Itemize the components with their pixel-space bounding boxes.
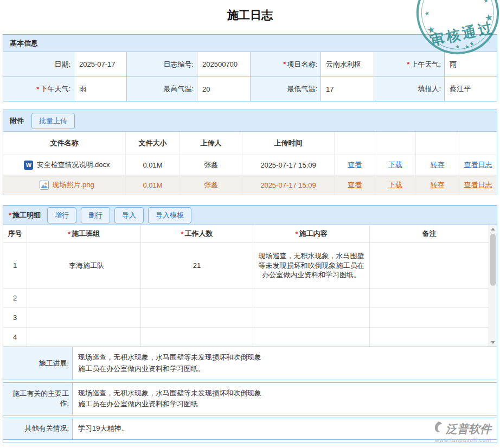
transfer-link[interactable]: 转存 — [431, 160, 445, 170]
content-cell[interactable]: 现场巡查，无积水现象，水马围壁等未发现损坏和吹倒现象施工员在办公室做内业资料和学… — [253, 242, 369, 288]
detail-section-title: *施工明细 — [9, 210, 41, 220]
afternoon-weather-label: *下午天气: — [3, 76, 74, 101]
required-mark: * — [295, 230, 298, 238]
project-name-label: *项目名称: — [250, 52, 320, 76]
main-work-value[interactable]: 现场巡查，无积水现象，水马围壁等未发现损坏和吹倒现象 施工员在办公室做内业资料和… — [73, 383, 497, 415]
file-name-text: 安全检查情况说明.docx — [36, 160, 110, 170]
seq-cell: 3 — [3, 308, 27, 327]
file-size-cell: 0.01M — [125, 175, 180, 195]
team-cell[interactable] — [27, 327, 140, 347]
view-link[interactable]: 查看 — [348, 180, 362, 190]
workers-cell[interactable]: 21 — [140, 242, 253, 288]
team-cell[interactable] — [27, 308, 140, 327]
upload-time-cell: 2025-07-17 15:09 — [242, 155, 334, 175]
progress-label: 施工进展: — [3, 347, 73, 380]
content-cell[interactable] — [253, 327, 369, 347]
action-cell: 查看 — [334, 175, 375, 195]
batch-upload-button[interactable]: 批量上传 — [31, 113, 75, 129]
page-body: 基本信息 日期: 2025-07-17 日志编号: 202500700 *项目名… — [0, 34, 500, 443]
file-name-cell[interactable]: W 安全检查情况说明.docx — [3, 155, 125, 175]
action-cell: 查看日志 — [459, 155, 497, 175]
attachments-table: 文件名称 文件大小 上传人 上传时间 W 安全检查情况说明.docx 0.01M… — [3, 132, 497, 195]
download-link[interactable]: 下载 — [388, 160, 402, 170]
view-log-link[interactable]: 查看日志 — [464, 160, 492, 170]
download-link[interactable]: 下载 — [388, 180, 402, 190]
scrollbar-thumb[interactable] — [490, 234, 496, 286]
reporter-value: 蔡江平 — [444, 76, 497, 101]
detail-table: 序号 *施工班组 *工作人数 *施工内容 备注 1 李海施工队 21 现场巡查，… — [3, 225, 489, 347]
action-header — [334, 132, 375, 155]
file-name-cell[interactable]: 现场照片.png — [3, 175, 125, 195]
content-header: *施工内容 — [253, 225, 369, 242]
vertical-scrollbar[interactable] — [489, 225, 497, 347]
word-doc-icon: W — [24, 161, 33, 170]
upload-time-header: 上传时间 — [242, 132, 334, 155]
remark-cell[interactable] — [369, 242, 489, 288]
remark-cell[interactable] — [369, 327, 489, 347]
main-work-row: 施工有关的主要工作: 现场巡查，无积水现象，水马围壁等未发现损坏和吹倒现象 施工… — [3, 382, 497, 416]
max-temp-label: 最高气温: — [126, 76, 197, 101]
project-name-value: 云南水利枢 — [320, 52, 374, 76]
action-cell: 查看 — [334, 155, 375, 175]
progress-value[interactable]: 现场巡查，无积水现象，水马围壁等未发现损坏和吹倒现象 施工员在办公室做内业资料和… — [73, 347, 497, 380]
required-mark: * — [407, 60, 409, 68]
upload-time-cell: 2025-07-17 15:09 — [242, 175, 334, 195]
attachments-section-title: 附件 — [10, 116, 24, 126]
import-template-button[interactable]: 导入模板 — [148, 207, 191, 223]
scrollbar-down-arrow[interactable] — [491, 341, 495, 344]
reporter-label: 填报人: — [374, 76, 444, 101]
required-mark: * — [9, 211, 11, 219]
required-mark: * — [283, 60, 286, 68]
seq-cell: 2 — [3, 288, 27, 308]
progress-row: 施工进展: 现场巡查，无积水现象，水马围壁等未发现损坏和吹倒现象 施工员在办公室… — [3, 347, 497, 380]
action-cell: 转存 — [415, 175, 459, 195]
team-header: *施工班组 — [27, 225, 140, 242]
seq-cell: 4 — [3, 327, 27, 347]
team-cell[interactable] — [27, 288, 140, 308]
brand-site: www.fanpusoft.com — [432, 437, 491, 443]
seq-header: 序号 — [3, 225, 27, 242]
required-mark: * — [68, 230, 70, 238]
construction-detail-section: *施工明细 增行 删行 导入 导入模板 序号 *施工班组 *工作人数 *施工内容… — [3, 205, 497, 443]
content-cell[interactable] — [253, 288, 369, 308]
morning-weather-value: 雨 — [444, 52, 497, 76]
max-temp-value: 20 — [197, 76, 250, 101]
import-button[interactable]: 导入 — [114, 207, 144, 223]
detail-toolbar: *施工明细 增行 删行 导入 导入模板 — [3, 206, 497, 225]
file-size-cell: 0.01M — [125, 155, 180, 175]
seq-cell: 1 — [3, 242, 27, 288]
workers-cell[interactable] — [140, 308, 253, 327]
date-label: 日期: — [3, 52, 74, 76]
workers-cell[interactable] — [140, 327, 253, 347]
action-cell: 下载 — [375, 175, 415, 195]
workers-cell[interactable] — [140, 288, 253, 308]
log-number-value: 202500700 — [197, 52, 250, 76]
workers-header: *工作人数 — [140, 225, 253, 242]
required-mark: * — [36, 85, 39, 93]
main-work-label: 施工有关的主要工作: — [3, 383, 73, 415]
remark-cell[interactable] — [369, 308, 489, 327]
image-file-icon — [40, 181, 49, 190]
team-cell[interactable]: 李海施工队 — [27, 242, 140, 288]
afternoon-weather-value: 雨 — [74, 76, 126, 101]
view-log-link[interactable]: 查看日志 — [464, 180, 492, 190]
action-header — [375, 132, 415, 155]
remark-header: 备注 — [369, 225, 489, 242]
min-temp-label: 最低气温: — [250, 76, 320, 101]
view-link[interactable]: 查看 — [348, 160, 362, 170]
min-temp-value: 17 — [320, 76, 374, 101]
uploader-cell: 张鑫 — [180, 155, 242, 175]
attachments-header: 附件 批量上传 — [3, 110, 497, 132]
scrollbar-up-arrow[interactable] — [491, 228, 495, 231]
file-name-text: 现场照片.png — [52, 180, 94, 190]
remark-cell[interactable] — [369, 288, 489, 308]
other-info-row: 其他有关情况: 学习19大精神。 — [3, 418, 497, 440]
vendor-logo: 泛普软件 www.fanpusoft.com — [432, 421, 491, 443]
content-cell[interactable] — [253, 308, 369, 327]
basic-info-section: 基本信息 日期: 2025-07-17 日志编号: 202500700 *项目名… — [3, 34, 497, 101]
transfer-link[interactable]: 转存 — [431, 180, 445, 190]
basic-info-section-title: 基本信息 — [3, 35, 497, 52]
date-value: 2025-07-17 — [74, 52, 126, 76]
delete-row-button[interactable]: 删行 — [81, 207, 110, 223]
add-row-button[interactable]: 增行 — [47, 207, 76, 223]
